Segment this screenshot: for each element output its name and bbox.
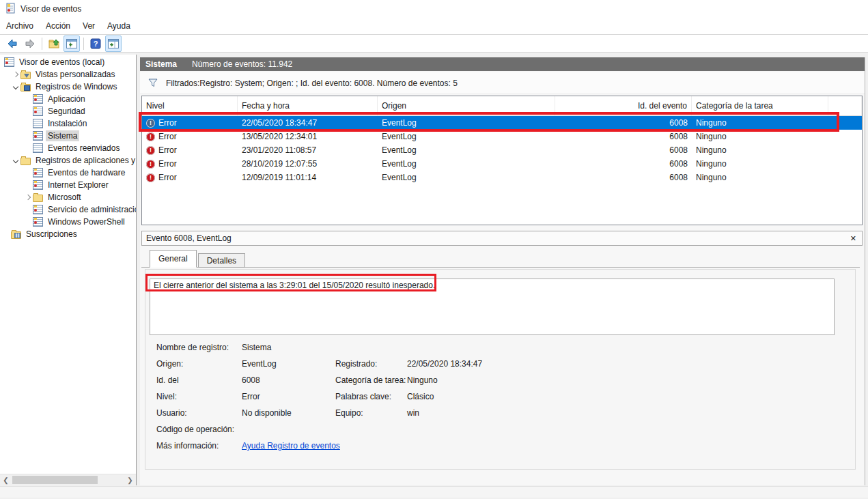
event-row[interactable]: !Error 28/10/2019 12:07:55 EventLog 6008…: [142, 157, 862, 171]
column-header-id[interactable]: Id. del evento: [555, 96, 692, 115]
log-icon: [33, 131, 43, 141]
open-saved-log-button[interactable]: [46, 35, 62, 52]
tree-item-label: Vistas personalizadas: [33, 69, 117, 80]
tree-item-seguridad[interactable]: Seguridad: [0, 105, 136, 117]
svg-text:?: ?: [94, 40, 98, 48]
toggle-console-tree-button[interactable]: [64, 35, 80, 52]
error-icon: !: [146, 173, 155, 182]
tree-item-label: Registros de aplicaciones y s: [33, 155, 136, 166]
menu-ayuda[interactable]: Ayuda: [101, 18, 137, 34]
tree-item-vistas-personalizadas[interactable]: Vistas personalizadas: [0, 68, 136, 81]
tab-general[interactable]: General: [150, 250, 197, 268]
chevron-right-icon[interactable]: [23, 193, 33, 202]
event-level: Error: [158, 118, 177, 128]
tree-item-windows-powershell[interactable]: Windows PowerShell: [0, 216, 136, 228]
event-description-box[interactable]: El cierre anterior del sistema a las 3:2…: [150, 279, 835, 335]
event-source: EventLog: [378, 118, 555, 128]
help-button[interactable]: ?: [87, 35, 104, 52]
back-button[interactable]: [4, 35, 20, 52]
event-log-help-link[interactable]: Ayuda Registro de eventos: [242, 441, 340, 451]
field-label: Más información:: [156, 441, 219, 451]
scroll-left-arrow-icon[interactable]: ❮: [0, 474, 12, 485]
detail-pane-title: Evento 6008, EventLog: [146, 233, 232, 243]
scrollbar-thumb[interactable]: [12, 476, 98, 484]
tree-item-label: Internet Explorer: [46, 180, 111, 190]
tree-item-servicio-de-administracion[interactable]: Servicio de administració: [0, 203, 136, 216]
event-category: Ninguno: [692, 159, 828, 169]
tab-detalles[interactable]: Detalles: [198, 253, 245, 268]
folder-filter-icon: [20, 72, 31, 79]
menu-archivo[interactable]: Archivo: [0, 18, 40, 34]
field-label: Usuario:: [156, 408, 187, 418]
chevron-down-icon[interactable]: [11, 156, 20, 165]
tree-item-visor-de-eventos[interactable]: Visor de eventos (local): [0, 56, 136, 68]
chevron-right-icon[interactable]: [11, 70, 20, 79]
filter-status-bar: Filtrados:Registro: System; Origen: ; Id…: [140, 72, 865, 94]
detail-pane-title-bar: Evento 6008, EventLog ✕: [141, 231, 863, 246]
event-list: Nivel Fecha y hora Origen Id. del evento…: [141, 96, 863, 225]
close-icon[interactable]: ✕: [850, 234, 856, 243]
field-label: Nombre de registro:: [156, 343, 229, 352]
expander-placeholder: [23, 119, 33, 128]
tree-item-suscripciones[interactable]: Suscripciones: [0, 228, 136, 240]
tree-item-microsoft[interactable]: Microsoft: [0, 191, 136, 203]
column-header-fecha[interactable]: Fecha y hora: [238, 96, 378, 115]
event-viewer-icon: [4, 57, 14, 67]
event-description-text: El cierre anterior del sistema a las 3:2…: [154, 281, 435, 290]
event-id: 6008: [555, 132, 692, 141]
scroll-right-arrow-icon[interactable]: ❯: [124, 474, 136, 485]
tree-item-label: Windows PowerShell: [46, 216, 127, 227]
tree-item-registros-de-windows[interactable]: Registros de Windows: [0, 81, 136, 93]
column-header-spacer: [828, 96, 862, 115]
event-row[interactable]: !Error 23/01/2020 11:08:57 EventLog 6008…: [142, 143, 862, 157]
tree-item-label: Eventos de hardware: [46, 167, 127, 178]
error-icon: !: [146, 146, 155, 155]
horizontal-scrollbar[interactable]: ❮ ❯: [0, 474, 136, 485]
column-header-nivel[interactable]: Nivel: [142, 96, 238, 115]
filter-status-text: Filtrados:Registro: System; Origen: ; Id…: [166, 79, 458, 88]
event-id: 6008: [555, 118, 692, 128]
event-level: Error: [158, 159, 177, 169]
console-tree-panel: Visor de eventos (local) Vistas personal…: [0, 55, 137, 485]
event-level: Error: [158, 173, 177, 182]
tree-item-aplicacion[interactable]: Aplicación: [0, 93, 136, 105]
tree-item-label: Eventos reenviados: [46, 143, 122, 154]
log-icon: [33, 217, 43, 227]
menu-accion[interactable]: Acción: [40, 18, 76, 34]
event-source: EventLog: [378, 145, 555, 155]
event-category: Ninguno: [692, 132, 828, 141]
event-row[interactable]: !Error 13/05/2020 12:34:01 EventLog 6008…: [142, 130, 862, 143]
toolbar: ?: [0, 34, 868, 53]
tree-item-eventos-de-hardware[interactable]: Eventos de hardware: [0, 167, 136, 179]
field-label: Nivel:: [156, 392, 177, 401]
column-header-origen[interactable]: Origen: [378, 96, 555, 115]
help-icon: ?: [90, 38, 101, 49]
column-header-categoria[interactable]: Categoría de la tarea: [692, 96, 828, 115]
event-source: EventLog: [378, 173, 555, 182]
expander-placeholder: [23, 131, 33, 141]
error-icon: !: [146, 160, 155, 169]
tree-item-internet-explorer[interactable]: Internet Explorer: [0, 179, 136, 191]
event-category: Ninguno: [692, 173, 828, 182]
event-date: 12/09/2019 11:01:14: [238, 173, 378, 182]
tree-item-eventos-reenviados[interactable]: Eventos reenviados: [0, 142, 136, 154]
menu-ver[interactable]: Ver: [76, 18, 101, 34]
tree-item-registros-de-aplicaciones[interactable]: Registros de aplicaciones y s: [0, 154, 136, 167]
results-header-bar: Sistema Número de eventos: 11.942: [140, 57, 865, 71]
tree-item-label: Servicio de administració: [46, 204, 136, 215]
log-plain-icon: [33, 119, 43, 128]
event-row[interactable]: !Error 22/05/2020 18:34:47 EventLog 6008…: [142, 116, 862, 130]
error-icon: !: [146, 119, 155, 128]
log-icon: [33, 106, 43, 116]
tree-item-sistema[interactable]: Sistema: [0, 130, 136, 142]
event-row[interactable]: !Error 12/09/2019 11:01:14 EventLog 6008…: [142, 171, 862, 184]
toggle-action-pane-button[interactable]: [105, 35, 122, 52]
status-bar: [0, 486, 868, 498]
event-viewer-app-icon: [5, 3, 16, 16]
log-icon: [33, 205, 43, 214]
forward-button[interactable]: [22, 35, 38, 52]
log-icon: [33, 180, 43, 190]
tree-item-instalacion[interactable]: Instalación: [0, 117, 136, 130]
chevron-down-icon[interactable]: [11, 82, 20, 91]
field-value: Clásico: [407, 392, 434, 401]
